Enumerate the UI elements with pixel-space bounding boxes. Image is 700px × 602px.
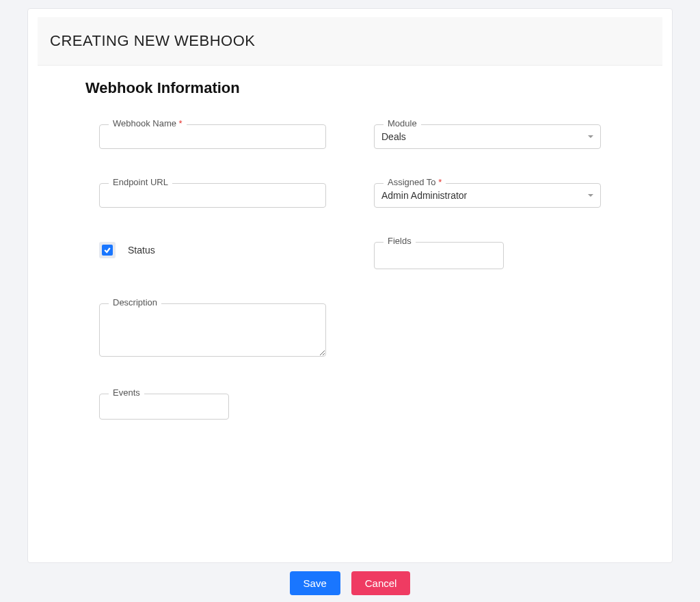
form-row: Status Fields — [99, 242, 645, 269]
check-icon — [102, 245, 113, 256]
chevron-down-icon — [588, 135, 593, 138]
field-assigned-to: Assigned To * Admin Administrator — [374, 183, 601, 208]
required-marker: * — [438, 177, 442, 187]
module-label: Module — [383, 118, 421, 129]
form-card: CREATING NEW WEBHOOK Webhook Information… — [27, 8, 673, 563]
card-header: CREATING NEW WEBHOOK — [38, 17, 662, 66]
field-module: Module Deals — [374, 124, 601, 149]
description-label: Description — [109, 297, 161, 308]
form-area: Webhook Name * Module Deals — [28, 97, 672, 420]
webhook-name-label: Webhook Name * — [109, 118, 187, 129]
form-row: Endpoint URL Assigned To * Admin Adminis… — [99, 183, 645, 208]
cancel-button[interactable]: Cancel — [351, 571, 411, 595]
section-title: Webhook Information — [85, 79, 672, 97]
save-button[interactable]: Save — [290, 571, 340, 595]
fields-label: Fields — [383, 236, 416, 247]
page-wrapper: CREATING NEW WEBHOOK Webhook Information… — [0, 0, 700, 563]
field-webhook-name: Webhook Name * — [99, 124, 326, 149]
field-fields: Fields — [374, 242, 601, 269]
page-title: CREATING NEW WEBHOOK — [50, 32, 650, 50]
field-status: Status — [99, 242, 326, 258]
assigned-to-value: Admin Administrator — [381, 190, 467, 201]
chevron-down-icon — [588, 194, 593, 197]
events-label: Events — [109, 387, 144, 398]
module-value: Deals — [381, 131, 406, 142]
field-events: Events — [99, 394, 229, 420]
footer-bar: Save Cancel — [0, 564, 700, 602]
required-marker: * — [179, 118, 183, 128]
status-label: Status — [128, 245, 155, 256]
description-input[interactable] — [99, 303, 326, 357]
endpoint-url-label: Endpoint URL — [109, 177, 172, 188]
status-checkbox[interactable] — [99, 242, 116, 258]
form-row: Webhook Name * Module Deals — [99, 124, 645, 149]
form-row: Events — [99, 394, 645, 420]
form-row: Description — [99, 303, 645, 359]
assigned-to-label: Assigned To * — [383, 177, 446, 188]
field-description: Description — [99, 303, 326, 359]
field-endpoint-url: Endpoint URL — [99, 183, 326, 208]
